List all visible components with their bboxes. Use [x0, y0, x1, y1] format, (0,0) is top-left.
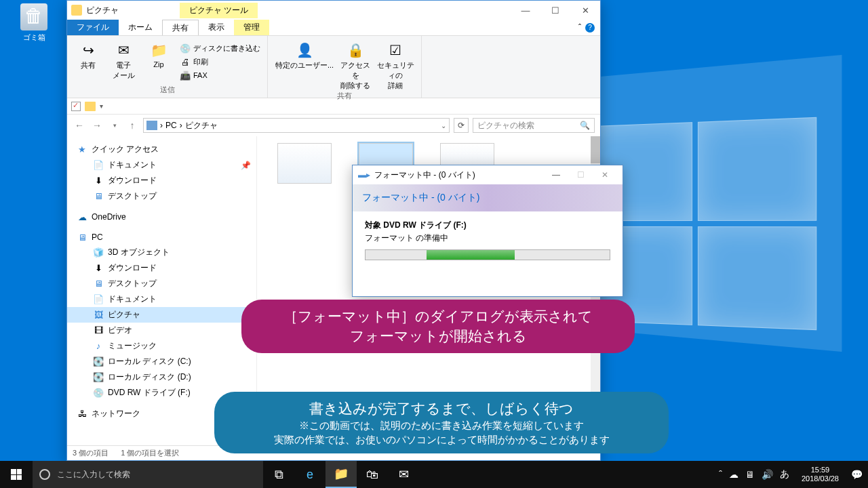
- tray-onedrive-icon[interactable]: ☁: [729, 469, 738, 480]
- shield-icon: ☑: [387, 41, 404, 59]
- help-icon[interactable]: ?: [585, 23, 595, 33]
- tab-home[interactable]: ホーム: [119, 20, 162, 35]
- sidebar-item-pc[interactable]: 🖥PC: [67, 230, 256, 245]
- taskbar-edge[interactable]: e: [294, 461, 326, 488]
- lock-icon: 🔒: [347, 41, 364, 59]
- titlebar[interactable]: ピクチャ ピクチャ ツール — ☐ ✕: [67, 1, 600, 20]
- minimize-button[interactable]: —: [511, 1, 540, 20]
- sidebar-item-documents[interactable]: 📄ドキュメント📌: [67, 157, 256, 173]
- dialog-header: フォーマット中 - (0 バイト): [353, 184, 623, 211]
- specific-user-button[interactable]: 👤特定のユーザー...: [273, 39, 336, 91]
- burn-disc-button[interactable]: 💿ディスクに書き込む: [178, 42, 262, 54]
- tab-view[interactable]: 表示: [199, 20, 234, 35]
- forward-button[interactable]: →: [90, 119, 104, 132]
- qat-dropdown[interactable]: ▾: [100, 102, 103, 110]
- maximize-button[interactable]: ☐: [540, 1, 570, 20]
- tray-ime-icon[interactable]: あ: [780, 468, 789, 481]
- search-placeholder: ここに入力して検索: [57, 469, 130, 481]
- refresh-button[interactable]: ⟳: [454, 118, 469, 133]
- sidebar-item-disk-d[interactable]: 💽ローカル ディスク (D:): [67, 369, 256, 385]
- sidebar-item-music[interactable]: ♪ミュージック: [67, 338, 256, 354]
- sidebar-item-desktop[interactable]: 🖥デスクトップ: [67, 188, 256, 204]
- sidebar-item-downloads[interactable]: ⬇ダウンロード: [67, 173, 256, 188]
- task-view-button[interactable]: ⧉: [263, 461, 294, 488]
- cube-icon: 🧊: [93, 247, 104, 258]
- taskbar-search[interactable]: ここに入力して検索: [33, 461, 263, 488]
- user-icon: 👤: [296, 41, 313, 59]
- select-all-checkbox[interactable]: [71, 102, 81, 111]
- sidebar-item-disk-c[interactable]: 💽ローカル ディスク (C:): [67, 354, 256, 369]
- tray-volume-icon[interactable]: 🔊: [762, 469, 773, 480]
- start-button[interactable]: [0, 461, 33, 488]
- status-selected-count: 1 個の項目を選択: [121, 448, 179, 458]
- taskbar-mail[interactable]: ✉: [388, 461, 419, 488]
- tray-chevron-icon[interactable]: ˆ: [719, 469, 722, 480]
- folder-icon: [85, 102, 96, 111]
- zip-icon: 📁: [150, 41, 167, 59]
- close-button[interactable]: ✕: [570, 1, 600, 20]
- doc-icon: 📄: [93, 294, 104, 305]
- windows-icon: [11, 469, 22, 480]
- desktop-icon: 🖥: [93, 191, 104, 202]
- sidebar-item-downloads[interactable]: ⬇ダウンロード: [67, 260, 256, 276]
- sidebar-item-onedrive[interactable]: ☁OneDrive: [67, 209, 256, 224]
- cloud-icon: ☁: [77, 211, 87, 222]
- taskbar: ここに入力して検索 ⧉ e 📁 🛍 ✉ ˆ ☁ 🖥 🔊 あ 15:592018/…: [0, 461, 868, 488]
- back-button[interactable]: ←: [73, 119, 86, 132]
- recycle-bin-label: ゴミ箱: [14, 33, 54, 43]
- search-icon: 🔍: [580, 121, 590, 130]
- cortana-icon: [39, 469, 50, 480]
- doc-icon: 📄: [93, 160, 104, 171]
- share-icon: ↪: [79, 41, 97, 59]
- quick-access-toolbar: ▾: [67, 98, 600, 115]
- security-details-button[interactable]: ☑セキュリティの 詳細: [375, 39, 416, 91]
- recycle-bin[interactable]: ゴミ箱: [14, 3, 54, 43]
- sidebar-item-videos[interactable]: 🎞ビデオ: [67, 323, 256, 338]
- star-icon: ★: [77, 144, 87, 155]
- picture-icon: 🖼: [93, 310, 104, 321]
- system-tray: ˆ ☁ 🖥 🔊 あ 15:592018/03/28 💬: [713, 461, 868, 488]
- taskbar-clock[interactable]: 15:592018/03/28: [796, 466, 844, 483]
- mail-icon: ✉: [115, 41, 132, 59]
- ribbon-collapse[interactable]: ˆ?: [573, 20, 600, 35]
- tutorial-annotation-2: 書き込みが完了するまで、しばらく待つ ※この動画では、説明のために書き込み作業を…: [214, 392, 669, 453]
- folder-icon: [71, 5, 82, 16]
- fax-button[interactable]: 📠FAX: [178, 69, 262, 81]
- address-bar-row: ← → ▾ ↑ ›PC›ピクチャ ⌄ ⟳ ピクチャの検索 🔍: [67, 115, 600, 136]
- share-button[interactable]: ↪共有: [73, 39, 104, 85]
- recent-dropdown[interactable]: ▾: [108, 119, 121, 132]
- sidebar-item-quick-access[interactable]: ★クイック アクセス: [67, 142, 256, 157]
- sidebar-item-documents[interactable]: 📄ドキュメント: [67, 291, 256, 307]
- address-bar[interactable]: ›PC›ピクチャ ⌄: [143, 118, 450, 133]
- window-title: ピクチャ: [86, 5, 119, 16]
- sidebar-item-pictures[interactable]: 🖼ピクチャ: [67, 307, 256, 323]
- download-icon: ⬇: [93, 176, 104, 186]
- sidebar-item-3d-objects[interactable]: 🧊3D オブジェクト: [67, 245, 256, 260]
- print-button[interactable]: 🖨印刷: [178, 56, 262, 68]
- scrollbar-thumb[interactable]: [591, 136, 600, 163]
- email-button[interactable]: ✉電子 メール: [108, 39, 139, 85]
- taskbar-explorer[interactable]: 📁: [326, 461, 357, 488]
- tab-share[interactable]: 共有: [162, 20, 199, 35]
- sidebar-item-desktop[interactable]: 🖥デスクトップ: [67, 276, 256, 291]
- format-status: フォーマット の準備中: [365, 232, 610, 244]
- zip-button[interactable]: 📁Zip: [143, 39, 174, 85]
- drive-icon: ▬▸: [358, 170, 370, 180]
- dialog-titlebar[interactable]: ▬▸ フォーマット中 - (0 バイト) — ☐ ✕: [353, 165, 623, 184]
- tab-manage[interactable]: 管理: [234, 20, 269, 35]
- status-item-count: 3 個の項目: [73, 448, 108, 458]
- action-center-icon[interactable]: 💬: [851, 469, 863, 480]
- remove-access-button[interactable]: 🔒アクセスを 削除する: [340, 39, 371, 91]
- tab-file[interactable]: ファイル: [67, 20, 119, 35]
- tray-network-icon[interactable]: 🖥: [745, 469, 755, 480]
- dialog-close-button: ✕: [593, 167, 617, 183]
- format-target: DVD RW ドライブ (F:): [383, 220, 466, 230]
- search-input[interactable]: ピクチャの検索 🔍: [473, 118, 595, 133]
- up-button[interactable]: ↑: [125, 119, 139, 132]
- dialog-minimize-button[interactable]: —: [544, 167, 568, 183]
- format-dialog: ▬▸ フォーマット中 - (0 バイト) — ☐ ✕ フォーマット中 - (0 …: [352, 165, 623, 297]
- list-item[interactable]: [277, 143, 332, 184]
- video-icon: 🎞: [93, 325, 104, 336]
- context-tab-label: ピクチャ ツール: [180, 3, 258, 18]
- taskbar-store[interactable]: 🛍: [357, 461, 388, 488]
